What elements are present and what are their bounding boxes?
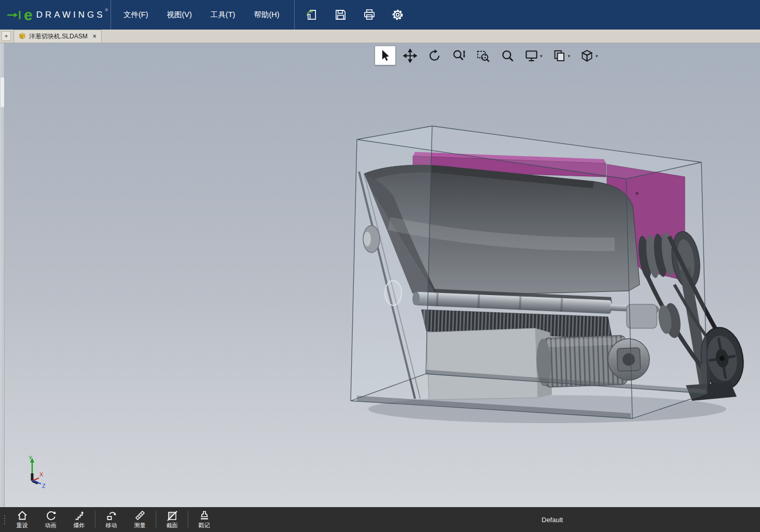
- section-plane-icon: [167, 510, 178, 521]
- top-menu-bar: e DRAWINGS ® 文件(F) 视图(V) 工具(T) 帮助(H): [0, 0, 760, 30]
- topbar-separator: [294, 0, 295, 30]
- explode-steps-icon: [74, 510, 85, 521]
- home-icon: [17, 510, 28, 521]
- tab-title: 洋葱切块机.SLDASM: [29, 32, 88, 41]
- move-component-button[interactable]: 移动: [97, 507, 126, 532]
- menu-help[interactable]: 帮助(H): [244, 0, 288, 30]
- move-arrow-icon: [106, 510, 117, 521]
- menu-view[interactable]: 视图(V): [158, 0, 201, 30]
- tool-label: 截面: [167, 522, 178, 528]
- tool-label: 戳记: [199, 522, 210, 528]
- edrawings-window: e DRAWINGS ® 文件(F) 视图(V) 工具(T) 帮助(H): [0, 0, 760, 532]
- menu-tools[interactable]: 工具(T): [201, 0, 245, 30]
- animation-loop-icon: [45, 510, 57, 521]
- open-button[interactable]: [305, 8, 320, 22]
- document-tab[interactable]: 洋葱切块机.SLDASM ×: [13, 30, 102, 43]
- toolbar-separator: [188, 511, 188, 528]
- assembly-file-icon: [19, 33, 26, 40]
- animation-button[interactable]: 动画: [36, 507, 65, 532]
- tab-bar: + 洋葱切块机.SLDASM ×: [0, 30, 760, 43]
- new-tab-button[interactable]: +: [2, 31, 11, 41]
- tool-label: 重设: [17, 522, 28, 528]
- tool-label: 动画: [45, 522, 57, 528]
- section-button[interactable]: 截面: [158, 507, 186, 532]
- edrawings-logo: e DRAWINGS ®: [0, 0, 111, 30]
- ruler-icon: [134, 510, 146, 521]
- bottom-toolbar: 重设 动画 爆炸 移动: [0, 507, 760, 532]
- print-icon: [363, 8, 376, 21]
- measure-button[interactable]: 测量: [126, 507, 154, 532]
- save-button[interactable]: [334, 8, 348, 22]
- print-button[interactable]: [362, 8, 377, 22]
- brand-e: e: [24, 7, 33, 23]
- menu-file[interactable]: 文件(F): [114, 0, 158, 30]
- reset-button[interactable]: 重设: [8, 507, 36, 532]
- stamp-button[interactable]: 戳记: [190, 507, 218, 532]
- menu-bar: 文件(F) 视图(V) 工具(T) 帮助(H): [111, 0, 292, 30]
- edrawings-arrow-icon: [6, 8, 22, 22]
- axis-x-label: X: [39, 471, 44, 478]
- brand-registered-mark: ®: [105, 8, 108, 12]
- toolbar-grip[interactable]: [1, 507, 8, 532]
- axis-z-label: Z: [42, 483, 46, 489]
- brand-name: DRAWINGS: [36, 10, 105, 20]
- toolbar-separator: [95, 511, 95, 528]
- axis-y-label: Y: [29, 455, 33, 461]
- explode-button[interactable]: 爆炸: [65, 507, 93, 532]
- model-viewport[interactable]: ▾ ▾ ▾: [0, 43, 760, 507]
- tool-label: 移动: [106, 522, 117, 528]
- toolbar-separator: [156, 511, 156, 528]
- save-icon: [334, 8, 347, 21]
- orientation-triad: Y X Z: [22, 454, 58, 490]
- model-3d-render: [0, 43, 760, 507]
- tool-label: 爆炸: [74, 522, 85, 528]
- open-file-icon: [306, 8, 319, 21]
- quick-toolbar: [297, 0, 405, 30]
- configuration-label: Default: [542, 516, 563, 524]
- gear-icon: [391, 8, 404, 21]
- options-button[interactable]: [391, 8, 405, 22]
- tool-label: 测量: [134, 522, 146, 528]
- stamp-icon: [199, 510, 210, 521]
- tab-close-icon[interactable]: ×: [93, 33, 96, 40]
